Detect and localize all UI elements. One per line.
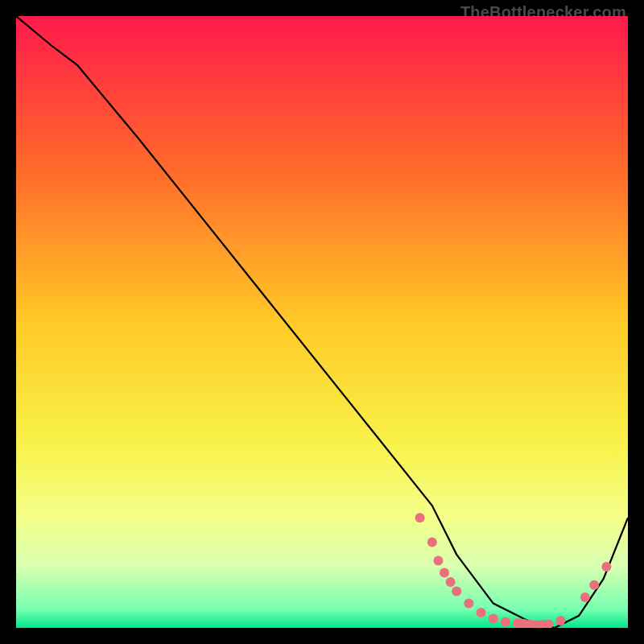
data-marker <box>440 568 449 578</box>
data-marker <box>501 617 510 626</box>
data-marker <box>415 513 425 522</box>
data-marker <box>580 592 590 602</box>
data-marker <box>452 586 461 596</box>
bottleneck-chart <box>16 16 628 628</box>
data-marker <box>433 555 443 565</box>
gradient-bg <box>16 16 628 628</box>
data-marker <box>489 614 498 624</box>
data-marker <box>477 608 486 617</box>
data-marker <box>464 599 473 609</box>
data-marker <box>601 562 611 572</box>
data-marker <box>446 577 456 587</box>
data-marker <box>589 580 599 590</box>
data-marker <box>427 538 437 547</box>
data-marker <box>555 616 565 625</box>
